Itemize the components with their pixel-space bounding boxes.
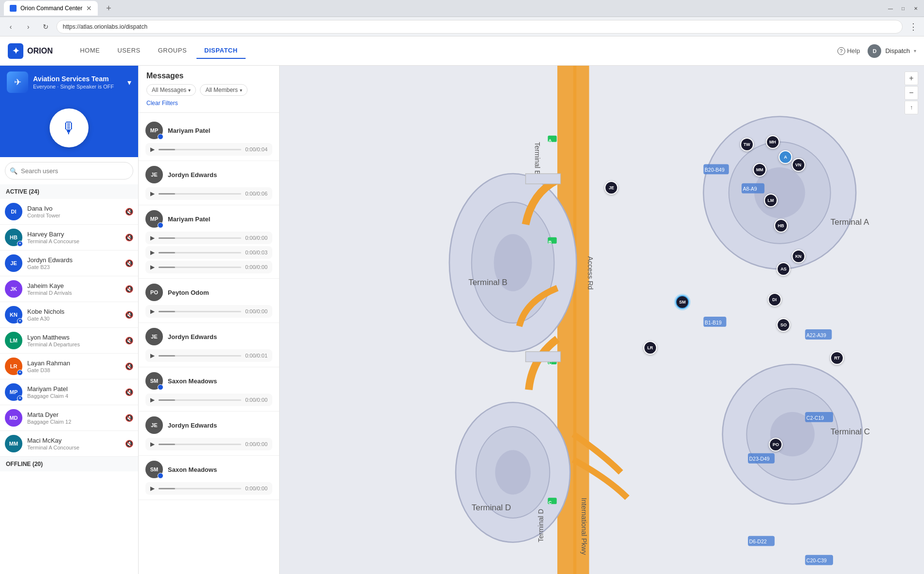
play-button[interactable]: ▶ [150,190,155,197]
map-pin-DI[interactable]: DI [768,293,782,306]
msg-name-MP1: Mariyam Patel [168,127,210,134]
msg-name-PO: Peyton Odom [168,289,209,296]
audio-track [159,488,241,489]
all-members-filter[interactable]: All Members ▾ [200,84,248,96]
map-pin-A[interactable]: A [779,150,792,164]
map-pin-VN[interactable]: VN [792,158,805,172]
user-info-JE: Jordyn Edwards Gate B23 [27,256,120,270]
dispatch-label: Dispatch [885,47,910,54]
map-area[interactable]: Terminal A Terminal B Terminal C Termina… [280,66,924,574]
list-item[interactable]: KN Kobe Nichols Gate A30 🔇 [0,302,138,328]
map-pin-MH[interactable]: MH [766,135,780,149]
new-tab-button[interactable]: + [102,1,115,15]
nav-dispatch[interactable]: DISPATCH [196,43,246,59]
map-pin-AS[interactable]: AS [777,262,790,276]
mute-icon-MD[interactable]: 🔇 [125,414,133,422]
nav-users[interactable]: USERS [109,43,148,59]
play-button[interactable]: ▶ [150,308,155,315]
map-pin-KN[interactable]: KN [792,250,805,263]
user-name-LR: Layan Rahman [27,359,120,367]
user-info-HB: Harvey Barry Terminal A Concourse [27,231,120,244]
clear-filters-button[interactable]: Clear Filters [146,100,178,107]
map-pin-SO[interactable]: SO [777,318,790,332]
zoom-in-button[interactable]: + [905,72,918,85]
svg-text:A22-A39: A22-A39 [806,333,826,338]
map-pin-TW[interactable]: TW [740,138,754,151]
list-item[interactable]: LM Lyon Matthews Terminal A Departures 🔇 [0,328,138,354]
list-item[interactable]: MD Marta Dyer Baggage Claim 12 🔇 [0,405,138,431]
help-label: Help [847,47,860,54]
user-role-HB: Terminal A Concourse [27,238,120,244]
user-info-MD: Marta Dyer Baggage Claim 12 [27,411,120,425]
back-button[interactable]: ‹ [4,20,18,34]
nav-right: ? Help D Dispatch ▾ [837,44,916,58]
tab-close-button[interactable]: ✕ [86,4,92,12]
mute-icon-HB[interactable]: 🔇 [125,233,133,241]
audio-bar: ▶ 0:00/0:00 [145,232,272,244]
map-pin-LR[interactable]: LR [643,341,657,355]
all-messages-label: All Messages [152,87,186,93]
dispatch-user-button[interactable]: D Dispatch ▾ [868,44,916,58]
user-role-KN: Gate A30 [27,316,120,322]
mute-icon-JK[interactable]: 🔇 [125,285,133,293]
map-pin-PO[interactable]: PO [769,438,782,451]
play-button-3[interactable]: ▶ [150,264,155,270]
nav-home[interactable]: HOME [72,43,107,59]
map-pin-LM[interactable]: LM [764,194,778,207]
map-pin-RT[interactable]: RT [830,351,844,365]
map-pin-JE[interactable]: JE [604,181,618,195]
search-input[interactable] [5,162,133,179]
reload-button[interactable]: ↻ [39,20,53,34]
list-item[interactable]: JK Jaheim Kaye Terminal D Arrivals 🔇 [0,276,138,302]
user-initials-MM: MM [5,435,22,452]
minimize-button[interactable]: — [886,4,895,13]
map-pin-SM[interactable]: SM [675,295,689,309]
zoom-out-button[interactable]: − [905,86,918,100]
mute-icon-JE[interactable]: 🔇 [125,259,133,267]
close-window-button[interactable]: ✕ [911,4,920,13]
mic-button[interactable]: 🎙 [50,108,89,147]
north-up-button[interactable]: ↑ [905,101,918,114]
mute-icon-LR[interactable]: 🔇 [125,362,133,370]
user-role-MD: Baggage Claim 12 [27,419,120,425]
mute-icon-MM[interactable]: 🔇 [125,440,133,448]
nav-groups[interactable]: GROUPS [150,43,195,59]
mute-icon-MP[interactable]: 🔇 [125,388,133,396]
plus-badge-LR [17,370,23,376]
svg-text:A: A [549,138,552,143]
list-item[interactable]: MP Mariyam Patel Baggage Claim 4 🔇 [0,379,138,405]
user-name-MP: Mariyam Patel [27,385,120,393]
svg-point-17 [495,450,531,494]
list-item[interactable]: HB Harvey Barry Terminal A Concourse 🔇 [0,225,138,251]
play-button-2[interactable]: ▶ [150,249,155,256]
maximize-button[interactable]: □ [899,4,907,13]
list-item[interactable]: JE Jordyn Edwards Gate B23 🔇 [0,251,138,276]
play-button[interactable]: ▶ [150,396,155,403]
map-pin-MM[interactable]: MM [753,163,766,177]
forward-button[interactable]: › [21,20,35,34]
browser-menu-button[interactable]: ⋮ [906,20,920,34]
user-info-MP: Mariyam Patel Baggage Claim 4 [27,385,120,399]
play-button[interactable]: ▶ [150,234,155,241]
user-role-DI: Control Tower [27,213,120,218]
all-messages-filter[interactable]: All Messages ▾ [146,84,196,96]
mute-icon-KN[interactable]: 🔇 [125,311,133,319]
play-button[interactable]: ▶ [150,441,155,448]
team-header[interactable]: ✈ Aviation Services Team Everyone · Sing… [0,66,138,99]
list-item[interactable]: MM Maci McKay Terminal A Concourse 🔇 [0,431,138,457]
mute-icon-DI[interactable]: 🔇 [125,208,133,215]
list-item[interactable]: LR Layan Rahman Gate D38 🔇 [0,354,138,379]
team-info: Aviation Services Team Everyone · Single… [33,75,123,90]
play-button[interactable]: ▶ [150,352,155,359]
play-button[interactable]: ▶ [150,485,155,492]
svg-text:Terminal B: Terminal B [533,142,541,175]
user-menu-chevron-icon: ▾ [914,48,916,54]
map-pin-HB[interactable]: HB [774,219,788,233]
mute-icon-LM[interactable]: 🔇 [125,337,133,344]
microphone-icon: 🎙 [61,119,77,137]
browser-tab[interactable]: Orion Command Center ✕ [4,1,98,16]
play-button[interactable]: ▶ [150,146,155,153]
address-bar[interactable]: https://atlas.orionlabs.io/dispatch [56,20,903,34]
list-item[interactable]: DI Dana Ivo Control Tower 🔇 [0,199,138,225]
help-button[interactable]: ? Help [837,47,860,55]
